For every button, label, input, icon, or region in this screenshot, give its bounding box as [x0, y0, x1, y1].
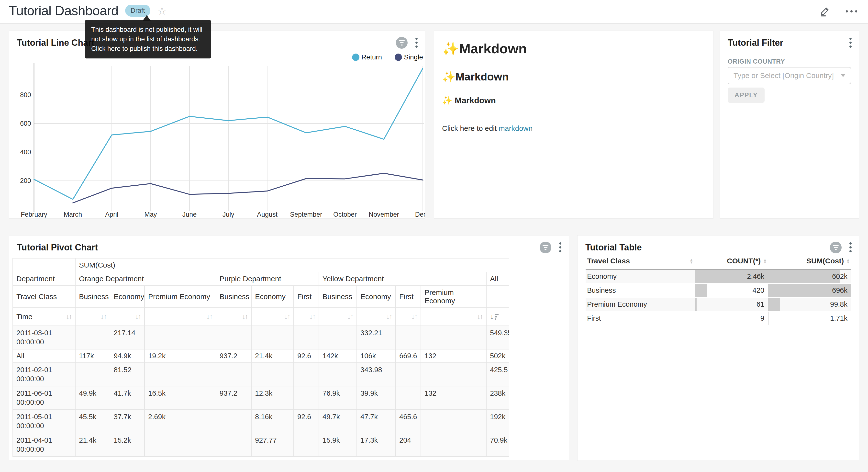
filter-panel-actions: [848, 37, 852, 49]
sort-icon[interactable]: ↓↑: [347, 313, 353, 321]
tooltip-line: This dashboard is not published, it will: [91, 25, 205, 34]
count-cell: 9: [761, 312, 764, 325]
pivot-value-cell: 8.16k: [251, 410, 293, 433]
pivot-travel-class-label: Travel Class: [13, 286, 75, 308]
x-axis-label: September: [290, 211, 322, 218]
draft-badge[interactable]: Draft: [125, 5, 150, 17]
y-axis-label: 600: [20, 120, 31, 127]
more-menu-icon[interactable]: [846, 10, 857, 12]
pivot-time-cell: 2011-05-01 00:00:00: [13, 410, 75, 433]
x-axis-label: July: [222, 211, 235, 218]
column-header[interactable]: SUM(Cost): [806, 257, 844, 265]
filter-icon[interactable]: [830, 242, 842, 254]
x-axis-label: June: [182, 211, 197, 218]
sum-cell: 696k: [832, 284, 847, 297]
pivot-value-cell: [75, 326, 110, 349]
pivot-chart-actions: [539, 241, 562, 254]
sort-icon[interactable]: ↓↑: [242, 313, 248, 321]
pivot-table-wrap: SUM(Cost)DepartmentOrange DepartmentPurp…: [12, 258, 509, 457]
x-axis-label: October: [333, 211, 357, 218]
travel-class-cell: Economy: [587, 270, 617, 283]
pivot-value-cell: 106k: [357, 349, 396, 363]
y-axis-label: 200: [20, 177, 31, 184]
edit-pencil-icon[interactable]: [819, 5, 831, 17]
favorite-star-icon[interactable]: ☆: [157, 6, 167, 17]
pivot-table: SUM(Cost)DepartmentOrange DepartmentPurp…: [12, 258, 509, 457]
tooltip-caret: [143, 15, 151, 21]
pivot-row: 2011-03-01 00:00:00217.14332.21549.35: [13, 326, 509, 349]
sort-icon[interactable]: ↓↑: [477, 313, 483, 321]
pivot-value-cell: 192k: [486, 410, 509, 433]
sort-icon[interactable]: ↓↑: [66, 313, 72, 321]
kebab-menu-icon[interactable]: [414, 37, 418, 49]
column-header-travel-class[interactable]: Travel Class: [587, 257, 630, 265]
kebab-menu-icon[interactable]: [848, 241, 852, 254]
pivot-department-group: Purple Department: [216, 272, 319, 286]
pivot-class-header: First: [396, 286, 421, 308]
count-cell: 420: [753, 284, 764, 297]
sort-descending-icon[interactable]: ↓: [490, 313, 505, 321]
pivot-department-group: Yellow Department: [319, 272, 486, 286]
travel-class-cell: Premium Economy: [587, 298, 647, 311]
markdown-paragraph: Click here to edit markdown: [442, 124, 706, 132]
pivot-time-cell: All: [13, 349, 75, 363]
pivot-value-cell: [396, 326, 421, 349]
sort-caret-icon[interactable]: ▲▼: [846, 258, 850, 264]
apply-button[interactable]: APPLY: [727, 88, 765, 103]
pivot-value-cell: 92.6: [293, 410, 319, 433]
filter-icon[interactable]: [539, 242, 551, 254]
x-axis-label: March: [64, 211, 82, 218]
sort-icon[interactable]: ↓↑: [309, 313, 315, 321]
pivot-value-cell: [293, 363, 319, 386]
pivot-value-cell: 142k: [319, 349, 357, 363]
pivot-value-cell: [421, 433, 486, 456]
pivot-time-cell: 2011-04-01 00:00:00: [13, 433, 75, 456]
pivot-value-cell: [396, 363, 421, 386]
sort-icon[interactable]: ↓↑: [284, 313, 290, 321]
pivot-value-cell: 19.2k: [145, 349, 216, 363]
draft-tooltip: This dashboard is not published, it will…: [85, 20, 211, 58]
markdown-h2: ✨Markdown: [442, 70, 706, 83]
count-cell: 61: [756, 298, 764, 311]
kebab-menu-icon[interactable]: [848, 37, 852, 49]
pivot-empty-header: [486, 286, 509, 308]
pivot-time-cell: 2011-03-01 00:00:00: [13, 326, 75, 349]
header-actions: [819, 5, 857, 17]
pivot-value-cell: 15.2k: [110, 433, 145, 456]
origin-country-select[interactable]: Type or Select [Origin Country]: [727, 67, 851, 84]
sort-icon[interactable]: ↓↑: [206, 313, 212, 321]
line-chart-title: Tutorial Line Chart: [17, 38, 94, 48]
line-chart-svg: FebruaryMarchAprilMayJuneJulyAugustSepte…: [9, 55, 425, 218]
pivot-value-cell: [145, 326, 216, 349]
pivot-class-header: Premium Economy: [421, 286, 486, 308]
markdown-body[interactable]: ✨Markdown ✨Markdown ✨ Markdown Click her…: [442, 40, 706, 132]
pivot-value-cell: 37.7k: [110, 410, 145, 433]
pivot-value-cell: 425.5: [486, 363, 509, 386]
pivot-value-cell: 47.7k: [357, 410, 396, 433]
paragraph-text: Click here to edit: [442, 124, 499, 132]
pivot-value-cell: 70.9k: [486, 433, 509, 456]
sort-caret-icon[interactable]: ▲▼: [763, 258, 767, 264]
kebab-menu-icon[interactable]: [558, 241, 562, 254]
x-axis-label: Dece: [415, 211, 425, 218]
sum-bar: [768, 312, 769, 325]
sort-icon[interactable]: ↓↑: [135, 313, 141, 321]
count-bar: [695, 284, 707, 297]
pivot-value-cell: 49.9k: [75, 386, 110, 410]
pivot-class-header: Economy: [357, 286, 396, 308]
count-cell: 2.46k: [747, 270, 764, 283]
x-axis-label: May: [144, 211, 157, 218]
column-header[interactable]: COUNT(*): [727, 257, 761, 265]
tooltip-line: not show up in the list of dashboards.: [91, 34, 205, 44]
pivot-value-cell: 92.6: [293, 349, 319, 363]
sort-icon[interactable]: ↓↑: [100, 313, 106, 321]
pivot-value-cell: 465.6: [396, 410, 421, 433]
sort-icon[interactable]: ↓↑: [411, 313, 417, 321]
pivot-value-cell: 669.6: [396, 349, 421, 363]
pivot-value-cell: 39.9k: [357, 386, 396, 410]
sort-caret-icon[interactable]: ▲▼: [689, 258, 693, 264]
pivot-value-cell: 15.9k: [319, 433, 357, 456]
markdown-link[interactable]: markdown: [499, 124, 532, 132]
sort-icon[interactable]: ↓↑: [386, 313, 392, 321]
filter-icon[interactable]: [396, 37, 408, 49]
